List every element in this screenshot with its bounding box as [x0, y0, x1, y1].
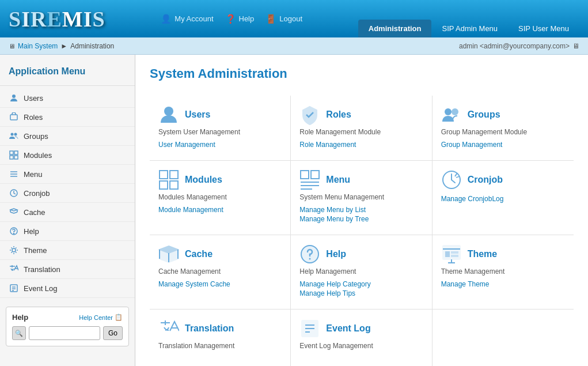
module-modules-title: Modules [185, 175, 222, 185]
sidebar-item-help[interactable]: Help [0, 222, 135, 241]
sidebar-eventlog-label: Event Log [24, 284, 58, 293]
header-nav: 👤 My Account ❓ Help 🚪 Logout [161, 14, 302, 24]
help-go-button[interactable]: Go [103, 326, 123, 340]
sidebar-item-modules[interactable]: Modules [0, 146, 135, 165]
cache-icon [9, 207, 19, 217]
sidebar-translation-label: Translation [24, 265, 60, 274]
tab-administration[interactable]: Administration [358, 20, 432, 37]
module-translation-icon [158, 318, 179, 339]
sidebar-item-cache[interactable]: Cache [0, 203, 135, 222]
menu-list-link[interactable]: Manage Menu by List [299, 206, 423, 214]
module-management-link[interactable]: Module Management [158, 206, 282, 214]
menu-tree-link[interactable]: Manage Menu by Tree [299, 215, 423, 223]
svg-rect-24 [160, 181, 168, 189]
sidebar-item-menu[interactable]: Menu [0, 165, 135, 184]
eventlog-icon [9, 283, 19, 293]
help-search-input[interactable] [29, 326, 100, 340]
main-layout: Application Menu Users Roles Groups Modu… [0, 55, 588, 366]
group-management-link[interactable]: Group Management [441, 141, 565, 149]
module-menu-title: Menu [326, 175, 350, 185]
help-center-icon: 📋 [115, 314, 123, 321]
user-management-link[interactable]: User Management [158, 141, 282, 149]
cronjob-log-link[interactable]: Manage CronjobLog [441, 195, 565, 203]
module-help-icon [299, 244, 320, 265]
translation-icon [9, 264, 19, 274]
module-eventlog-header: Event Log [299, 318, 423, 339]
manage-theme-link[interactable]: Manage Theme [441, 280, 565, 288]
module-translation: Translation Translation Management [150, 310, 291, 366]
sidebar-item-theme[interactable]: Theme [0, 241, 135, 260]
svg-point-13 [13, 233, 14, 233]
svg-rect-26 [301, 171, 309, 179]
svg-rect-43 [451, 251, 458, 254]
svg-point-39 [309, 258, 311, 260]
sidebar-item-eventlog[interactable]: Event Log [0, 279, 135, 298]
module-groups-links: Group Management [441, 141, 565, 149]
module-cache-links: Manage System Cache [158, 280, 282, 288]
role-management-link[interactable]: Role Management [299, 141, 423, 149]
help-circle-icon: ❓ [225, 14, 236, 24]
module-groups-title: Groups [468, 110, 500, 120]
module-cronjob-title: Cronjob [468, 175, 503, 185]
module-roles: Roles Role Management Module Role Manage… [291, 96, 432, 161]
module-cache-icon [158, 244, 179, 265]
module-roles-title: Roles [326, 110, 351, 120]
tab-sip-admin[interactable]: SIP Admin Menu [431, 20, 508, 37]
sidebar-item-roles[interactable]: Roles [0, 108, 135, 127]
roles-icon [9, 112, 19, 122]
module-cache-header: Cache [158, 244, 282, 265]
logout-nav[interactable]: 🚪 Logout [265, 14, 302, 24]
svg-rect-5 [14, 151, 18, 154]
breadcrumb-icon: 🖥 [9, 43, 15, 50]
module-eventlog-subtitle: Event Log Management [299, 342, 423, 350]
sidebar-cronjob-label: Cronjob [24, 189, 50, 198]
modules-icon [9, 150, 19, 160]
system-cache-link[interactable]: Manage System Cache [158, 280, 282, 288]
breadcrumb-main-system[interactable]: Main System [18, 42, 58, 50]
module-roles-links: Role Management [299, 141, 423, 149]
sidebar-item-users[interactable]: Users [0, 89, 135, 108]
svg-rect-25 [170, 181, 178, 189]
breadcrumb-administration: Administration [70, 42, 114, 50]
help-search: 🔍 Go [12, 326, 123, 340]
module-theme-icon [441, 244, 462, 265]
module-grid: Users System User Management User Manage… [150, 96, 574, 366]
module-cronjob: Cronjob Manage CronjobLog [433, 161, 574, 235]
svg-rect-23 [170, 171, 178, 179]
logo-text: SIREMIS [9, 6, 105, 32]
sidebar-item-cronjob[interactable]: Cronjob [0, 184, 135, 203]
header: SIREMIS 👤 My Account ❓ Help 🚪 Logout Adm… [0, 0, 588, 37]
help-tips-link[interactable]: Manage Help Tips [299, 289, 423, 297]
svg-point-20 [445, 108, 452, 115]
help-center-link[interactable]: Help Center 📋 [79, 314, 123, 321]
content-area: System Administration Users System User … [135, 55, 588, 366]
module-theme: Theme Theme Management Manage Theme [433, 235, 574, 310]
module-menu-links: Manage Menu by List Manage Menu by Tree [299, 206, 423, 223]
svg-point-3 [14, 133, 17, 136]
logout-icon: 🚪 [265, 14, 276, 24]
help-nav[interactable]: ❓ Help [225, 14, 255, 24]
module-groups-subtitle: Group Management Module [441, 128, 565, 136]
module-users-subtitle: System User Management [158, 128, 282, 136]
svg-rect-4 [10, 151, 13, 154]
svg-point-21 [452, 108, 458, 115]
svg-point-14 [12, 248, 16, 252]
tab-sip-user[interactable]: SIP User Menu [508, 20, 579, 37]
my-account-nav[interactable]: 👤 My Account [161, 14, 213, 24]
module-roles-header: Roles [299, 104, 423, 125]
screen-icon: 🖥 [572, 42, 579, 50]
module-roles-icon [299, 104, 320, 125]
module-eventlog-icon [299, 318, 320, 339]
module-modules-links: Module Management [158, 206, 282, 214]
breadcrumb-bar: 🖥 Main System ► Administration admin <ad… [0, 37, 588, 55]
help-category-link[interactable]: Manage Help Category [299, 280, 423, 288]
users-icon [9, 93, 19, 103]
theme-icon [9, 245, 19, 255]
module-translation-header: Translation [158, 318, 282, 339]
module-users-links: User Management [158, 141, 282, 149]
module-theme-title: Theme [468, 249, 498, 259]
sidebar-item-translation[interactable]: Translation [0, 260, 135, 279]
sidebar-item-groups[interactable]: Groups [0, 127, 135, 146]
module-cronjob-links: Manage CronjobLog [441, 195, 565, 203]
menu-icon [9, 169, 19, 179]
